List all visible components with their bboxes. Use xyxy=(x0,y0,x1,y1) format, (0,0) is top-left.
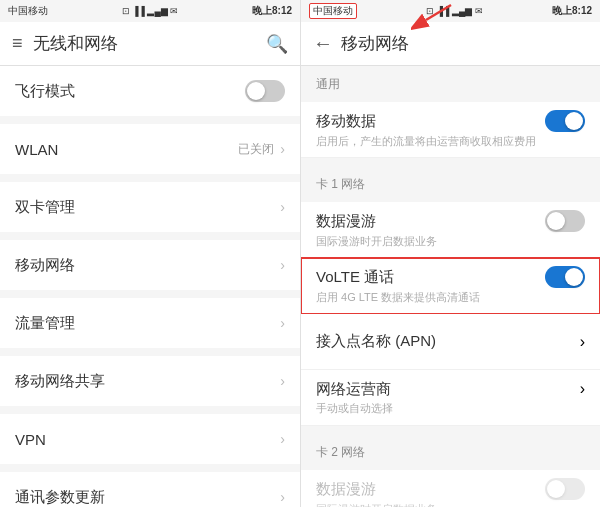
flight-mode-toggle[interactable] xyxy=(245,80,285,102)
dual-sim-group: 双卡管理 › xyxy=(0,182,300,232)
comm-params-group: 通讯参数更新 › xyxy=(0,472,300,507)
hotspot-item[interactable]: 移动网络共享 › xyxy=(0,356,300,406)
right-time: 晚上8:12 xyxy=(552,4,592,18)
right-status-icons: ⊡ ▐▐ ▂▄▆ ✉ xyxy=(426,6,483,16)
vpn-group: VPN › xyxy=(0,414,300,464)
data-roaming-sim2-label: 数据漫游 xyxy=(316,480,376,499)
traffic-chevron: › xyxy=(280,315,285,331)
vpn-chevron: › xyxy=(280,431,285,447)
operator-sim1-chevron: › xyxy=(580,380,585,398)
left-time: 晚上8:12 xyxy=(252,4,292,18)
apn-sim1-item[interactable]: 接入点名称 (APN) › xyxy=(301,314,600,370)
operator-sim1-item[interactable]: 网络运营商 › 手动或自动选择 xyxy=(301,370,600,426)
sim2-group: 数据漫游 国际漫游时开启数据业务 接入点名称 (APN) › 网络运营商 › 手… xyxy=(301,470,600,507)
mobile-data-item[interactable]: 移动数据 启用后，产生的流量将由运营商收取相应费用 xyxy=(301,102,600,158)
mobile-network-chevron: › xyxy=(280,257,285,273)
apn-sim1-label: 接入点名称 (APN) xyxy=(316,332,436,351)
traffic-group: 流量管理 › xyxy=(0,298,300,348)
wlan-chevron: › xyxy=(280,141,285,157)
right-status-bar: 中国移动 ⊡ ▐▐ ▂▄▆ ✉ 晚上8:12 xyxy=(301,0,600,22)
hotspot-group: 移动网络共享 › xyxy=(0,356,300,406)
volte-toggle[interactable] xyxy=(545,266,585,288)
data-roaming-sim1-toggle[interactable] xyxy=(545,210,585,232)
left-carrier: 中国移动 xyxy=(8,4,48,18)
mobile-data-group: 移动数据 启用后，产生的流量将由运营商收取相应费用 xyxy=(301,102,600,158)
left-top-bar: ≡ 无线和网络 🔍 xyxy=(0,22,300,66)
apn-sim1-chevron: › xyxy=(580,333,585,351)
back-icon[interactable]: ← xyxy=(313,32,333,55)
comm-params-label: 通讯参数更新 xyxy=(15,488,280,507)
data-roaming-sim1-label: 数据漫游 xyxy=(316,212,376,231)
sim1-group: 数据漫游 国际漫游时开启数据业务 VoLTE 通话 启用 4G LTE 数据来提… xyxy=(301,202,600,426)
section-header-sim1: 卡 1 网络 xyxy=(301,166,600,202)
data-roaming-sim2-desc: 国际漫游时开启数据业务 xyxy=(316,502,585,507)
operator-sim1-desc: 手动或自动选择 xyxy=(316,401,585,416)
left-settings-list: 飞行模式 WLAN 已关闭 › 双卡管理 › 移动网络 › xyxy=(0,66,300,507)
mobile-data-toggle[interactable] xyxy=(545,110,585,132)
left-panel: 中国移动 ⊡ ▐▐ ▂▄▆ ✉ 晚上8:12 ≡ 无线和网络 🔍 飞行模式 WL… xyxy=(0,0,300,507)
hotspot-chevron: › xyxy=(280,373,285,389)
mobile-network-label: 移动网络 xyxy=(15,256,280,275)
wlan-item[interactable]: WLAN 已关闭 › xyxy=(0,124,300,174)
data-roaming-sim2-toggle xyxy=(545,478,585,500)
dual-sim-label: 双卡管理 xyxy=(15,198,280,217)
flight-mode-group: 飞行模式 xyxy=(0,66,300,116)
mobile-network-item[interactable]: 移动网络 › xyxy=(0,240,300,290)
left-status-bar: 中国移动 ⊡ ▐▐ ▂▄▆ ✉ 晚上8:12 xyxy=(0,0,300,22)
right-page-title: 移动网络 xyxy=(341,32,588,55)
comm-params-item[interactable]: 通讯参数更新 › xyxy=(0,472,300,507)
traffic-item[interactable]: 流量管理 › xyxy=(0,298,300,348)
mobile-network-group: 移动网络 › xyxy=(0,240,300,290)
section-header-general: 通用 xyxy=(301,66,600,102)
dual-sim-chevron: › xyxy=(280,199,285,215)
volte-label: VoLTE 通话 xyxy=(316,268,394,287)
comm-params-chevron: › xyxy=(280,489,285,505)
flight-mode-item[interactable]: 飞行模式 xyxy=(0,66,300,116)
wlan-group: WLAN 已关闭 › xyxy=(0,124,300,174)
wlan-value: 已关闭 xyxy=(238,141,274,158)
right-carrier: 中国移动 xyxy=(309,3,357,19)
mobile-data-desc: 启用后，产生的流量将由运营商收取相应费用 xyxy=(316,134,585,149)
traffic-label: 流量管理 xyxy=(15,314,280,333)
mobile-data-label: 移动数据 xyxy=(316,112,376,131)
vpn-item[interactable]: VPN › xyxy=(0,414,300,464)
section-header-sim2: 卡 2 网络 xyxy=(301,434,600,470)
data-roaming-sim1-desc: 国际漫游时开启数据业务 xyxy=(316,234,585,249)
hotspot-label: 移动网络共享 xyxy=(15,372,280,391)
vpn-label: VPN xyxy=(15,431,280,448)
volte-item[interactable]: VoLTE 通话 启用 4G LTE 数据来提供高清通话 xyxy=(301,258,600,314)
right-panel: 中国移动 ⊡ ▐▐ ▂▄▆ ✉ 晚上8:12 ← 移动网络 通用 移动数据 启用… xyxy=(300,0,600,507)
operator-sim1-label: 网络运营商 xyxy=(316,380,391,399)
data-roaming-sim2-item: 数据漫游 国际漫游时开启数据业务 xyxy=(301,470,600,507)
left-page-title: 无线和网络 xyxy=(33,32,266,55)
flight-mode-label: 飞行模式 xyxy=(15,82,245,101)
volte-desc: 启用 4G LTE 数据来提供高清通话 xyxy=(316,290,585,305)
right-settings-list: 通用 移动数据 启用后，产生的流量将由运营商收取相应费用 卡 1 网络 数据漫游 xyxy=(301,66,600,507)
wlan-label: WLAN xyxy=(15,141,238,158)
right-top-bar: ← 移动网络 xyxy=(301,22,600,66)
search-icon[interactable]: 🔍 xyxy=(266,33,288,55)
left-status-icons: ⊡ ▐▐ ▂▄▆ ✉ xyxy=(122,6,179,16)
dual-sim-item[interactable]: 双卡管理 › xyxy=(0,182,300,232)
data-roaming-sim1-item[interactable]: 数据漫游 国际漫游时开启数据业务 xyxy=(301,202,600,258)
menu-icon[interactable]: ≡ xyxy=(12,33,23,54)
